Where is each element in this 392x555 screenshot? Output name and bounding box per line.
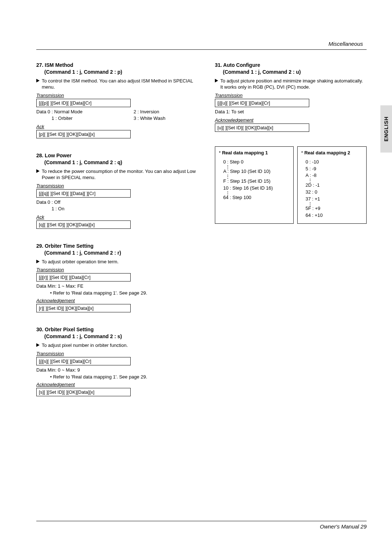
transmission-label: Transmission: [36, 93, 204, 98]
section-29: 29. Orbiter Time Setting (Command 1 : j,…: [36, 243, 204, 312]
map-title: Real data mapping 1: [222, 150, 268, 155]
section-desc: To adjust pixel number in orbiter functi…: [36, 342, 204, 349]
map-title: Real data mapping 2: [304, 150, 350, 155]
data-row: Data Min: 0 ~ Max: 9: [36, 367, 204, 373]
section-28: 28. Low Power (Command 1 : j, Command 2 …: [36, 152, 204, 229]
ack-code: [p][ ][Set ID][ ][OK][Data][x]: [36, 130, 131, 138]
section-subtitle: (Command 1 : j, Command 2 : r): [44, 250, 204, 256]
section-title: 30. Orbiter Pixel Setting: [36, 326, 204, 333]
ack-code: [r][ ][Set ID][ ][OK][Data][x]: [36, 304, 131, 312]
transmission-label: Transmission: [36, 267, 204, 272]
data-row: Data 1: To set: [215, 109, 367, 115]
desc-text: To reduce the power consumption of the m…: [42, 168, 204, 181]
section-title: 29. Orbiter Time Setting: [36, 243, 204, 250]
section-27: 27. ISM Method (Command 1 : j, Command 2…: [36, 62, 204, 138]
ack-label: Acknowledgement: [36, 298, 204, 303]
section-desc: To adjust orbiter operation time term.: [36, 259, 204, 265]
triangle-icon: [36, 79, 40, 82]
map-row: 5 : -9: [306, 166, 363, 173]
ack-label: Acknowledgement: [36, 382, 204, 387]
map-row: 0 : -10: [306, 159, 363, 166]
header-rule: [36, 49, 367, 50]
data-note: • Refer to 'Real data mapping 1'. See pa…: [50, 374, 204, 380]
transmission-label: Transmission: [36, 183, 204, 189]
data-row: Data Min: 1 ~ Max: FE: [36, 283, 204, 289]
ack-code: [q][ ][Set ID][ ][OK][Data][x]: [36, 220, 131, 229]
map-row: 0 : Step 0: [223, 159, 290, 166]
section-title: 28. Low Power: [36, 152, 204, 159]
language-tab: ENGLISH: [380, 105, 392, 153]
section-title: 31. Auto Configure: [215, 62, 367, 69]
footer-rule: [36, 521, 367, 521]
section-subtitle: (Command 1 : j, Command 2 : p): [44, 69, 204, 75]
data-row: Data 0 : Off: [36, 199, 204, 206]
map-row: A : Step 10 (Set ID 10): [223, 168, 290, 175]
vdots-icon: ⋮: [308, 203, 363, 206]
desc-text: To adjust picture position and minimize …: [220, 78, 367, 90]
data-row: Data 0 : Normal Mode: [36, 109, 134, 115]
section-desc: To adjust picture position and minimize …: [215, 78, 367, 90]
ack-code: [u][ ][Set ID][ ][OK][Data][x]: [215, 123, 309, 132]
vdots-icon: ⋮: [225, 192, 290, 195]
data-mapping-tables: * Real data mapping 1 0 : Step 0 ⋮ A : S…: [215, 146, 367, 224]
data-row: 1 : On: [52, 206, 204, 212]
map-row: 5F : +9: [306, 205, 363, 212]
map-row: 37 : +1: [306, 196, 363, 203]
section-subtitle: (Command 1 : j, Command 2 : u): [223, 69, 367, 75]
page-footer: Owner's Manual 29: [36, 521, 367, 530]
section-desc: To reduce the power consumption of the m…: [36, 168, 204, 181]
data-note: • Refer to 'Real data mapping 1'. See pa…: [50, 290, 204, 296]
section-desc: To control the ISM method. You can also …: [36, 78, 204, 90]
vdots-icon: ⋮: [225, 175, 290, 178]
data-row: 2 : Inversion: [134, 109, 204, 115]
data-row: 1 : Orbiter: [52, 115, 134, 122]
triangle-icon: [36, 169, 40, 173]
language-tab-label: ENGLISH: [383, 116, 389, 141]
triangle-icon: [215, 79, 218, 82]
section-30: 30. Orbiter Pixel Setting (Command 1 : j…: [36, 326, 204, 396]
transmission-label: Transmission: [215, 93, 367, 98]
section-title: 27. ISM Method: [36, 62, 204, 69]
vdots-icon: ⋮: [225, 166, 290, 169]
triangle-icon: [36, 343, 40, 347]
section-subtitle: (Command 1 : j, Command 2 : s): [44, 333, 204, 339]
map-row: F : Step 15 (Set ID 15): [223, 178, 290, 185]
map-row: A : -8: [306, 172, 363, 179]
page-category: Miscellaneous: [328, 41, 363, 47]
data-row: 3 : White Wash: [134, 115, 204, 122]
transmission-code: [j][q][ ][Set ID][ ][Data][ ][Cr]: [36, 189, 131, 198]
ack-label: Ack: [36, 214, 204, 220]
map-row: 64 : +10: [306, 212, 363, 219]
desc-text: To adjust pixel number in orbiter functi…: [42, 342, 128, 349]
real-data-mapping-2: * Real data mapping 2 0 : -10 5 : -9 A :…: [297, 146, 367, 224]
transmission-code: [j][s][ ][Set ID][ ][Data][Cr]: [36, 357, 131, 365]
ack-label: Ack: [36, 124, 204, 129]
section-subtitle: (Command 1 : j, Command 2 : q): [44, 159, 204, 165]
real-data-mapping-1: * Real data mapping 1 0 : Step 0 ⋮ A : S…: [215, 146, 294, 224]
triangle-icon: [36, 260, 40, 263]
desc-text: To adjust orbiter operation time term.: [42, 259, 119, 265]
transmission-code: [j][r][ ][Set ID][ ][Data][Cr]: [36, 273, 131, 281]
data-values: Data 0 : Normal Mode 1 : Orbiter 2 : Inv…: [36, 109, 204, 122]
map-row: 64 : Step 100: [223, 194, 290, 201]
transmission-code: [j][u][ ][Set ID][ ][Data][Cr]: [215, 99, 309, 107]
map-row: 2D : -1: [306, 182, 363, 189]
map-row: 32 : 0: [306, 189, 363, 196]
footer-text: Owner's Manual 29: [36, 523, 367, 530]
map-row: 10 : Step 16 (Set ID 16): [223, 185, 290, 192]
ack-code: [s][ ][Set ID][ ][OK][Data][x]: [36, 388, 131, 396]
desc-text: To control the ISM method. You can also …: [42, 78, 204, 90]
section-31: 31. Auto Configure (Command 1 : j, Comma…: [215, 62, 367, 132]
ack-label: Acknowledgement: [215, 117, 367, 123]
vdots-icon: ⋮: [308, 179, 363, 182]
transmission-label: Transmission: [36, 351, 204, 356]
transmission-code: [j][p][ ][Set ID][ ][Data][Cr]: [36, 99, 131, 107]
